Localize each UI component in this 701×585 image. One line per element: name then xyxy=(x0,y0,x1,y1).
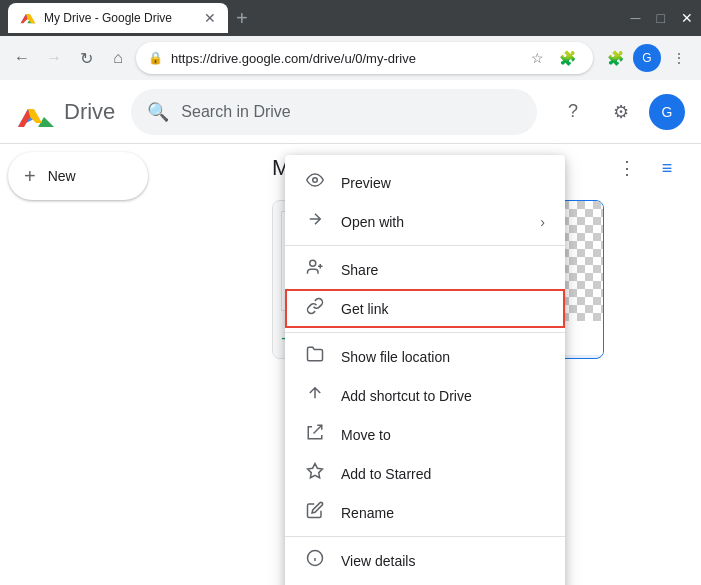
help-button[interactable]: ? xyxy=(553,92,593,132)
context-menu-show-location[interactable]: Show file location xyxy=(285,337,565,376)
context-menu-add-starred[interactable]: Add to Starred xyxy=(285,454,565,493)
context-menu-manage-versions[interactable]: Manage versions xyxy=(285,580,565,585)
new-button-label: New xyxy=(48,168,76,184)
list-view-button[interactable]: ≡ xyxy=(649,150,685,186)
show-location-label: Show file location xyxy=(341,349,545,365)
active-tab[interactable]: My Drive - Google Drive ✕ xyxy=(8,3,228,33)
refresh-button[interactable]: ↻ xyxy=(72,44,100,72)
tab-close-button[interactable]: ✕ xyxy=(204,10,216,26)
divider-1 xyxy=(285,245,565,246)
window-controls: ─ □ ✕ xyxy=(631,10,693,26)
share-label: Share xyxy=(341,262,545,278)
share-icon xyxy=(305,258,325,281)
move-to-icon xyxy=(305,423,325,446)
svg-point-15 xyxy=(313,178,318,183)
svg-marker-3 xyxy=(26,14,35,23)
preview-icon xyxy=(305,171,325,194)
svg-marker-19 xyxy=(308,464,323,478)
address-actions: ☆ 🧩 xyxy=(523,44,581,72)
context-menu-move-to[interactable]: Move to xyxy=(285,415,565,454)
context-menu-open-with[interactable]: Open with › xyxy=(285,202,565,241)
divider-3 xyxy=(285,536,565,537)
context-menu-add-shortcut[interactable]: Add shortcut to Drive xyxy=(285,376,565,415)
drive-logo-text: Drive xyxy=(64,99,115,125)
url-bar[interactable]: 🔒 https://drive.google.com/drive/u/0/my-… xyxy=(136,42,593,74)
get-link-label: Get link xyxy=(341,301,545,317)
browser-actions: 🧩 G ⋮ xyxy=(601,44,693,72)
extensions-button[interactable]: 🧩 xyxy=(601,44,629,72)
open-with-label: Open with xyxy=(341,214,524,230)
context-menu-get-link[interactable]: Get link xyxy=(285,289,565,328)
title-bar: My Drive - Google Drive ✕ + ─ □ ✕ xyxy=(0,0,701,36)
header-actions: ? ⚙ G xyxy=(553,92,685,132)
add-shortcut-label: Add shortcut to Drive xyxy=(341,388,545,404)
view-controls: ⋮ ≡ xyxy=(609,150,685,186)
context-menu-rename[interactable]: Rename xyxy=(285,493,565,532)
divider-2 xyxy=(285,332,565,333)
drive-logo: Drive xyxy=(16,95,115,129)
shortcut-icon xyxy=(305,384,325,407)
view-details-label: View details xyxy=(341,553,545,569)
settings-button[interactable]: ⚙ xyxy=(601,92,641,132)
close-button[interactable]: ✕ xyxy=(681,10,693,26)
new-tab-button[interactable]: + xyxy=(236,7,248,30)
info-icon xyxy=(305,549,325,572)
star-icon xyxy=(305,462,325,485)
tab-favicon xyxy=(20,10,36,26)
back-button[interactable]: ← xyxy=(8,44,36,72)
tab-title: My Drive - Google Drive xyxy=(44,11,196,25)
bookmark-icon[interactable]: ☆ xyxy=(523,44,551,72)
context-menu-view-details[interactable]: View details xyxy=(285,541,565,580)
address-bar: ← → ↻ ⌂ 🔒 https://drive.google.com/drive… xyxy=(0,36,701,80)
svg-point-16 xyxy=(310,260,316,266)
extension-icon[interactable]: 🧩 xyxy=(553,44,581,72)
minimize-button[interactable]: ─ xyxy=(631,10,641,26)
rename-label: Rename xyxy=(341,505,545,521)
search-icon: 🔍 xyxy=(147,101,169,123)
context-menu-share[interactable]: Share xyxy=(285,250,565,289)
more-options-button[interactable]: ⋮ xyxy=(609,150,645,186)
move-to-label: Move to xyxy=(341,427,545,443)
svg-marker-4 xyxy=(21,14,28,23)
search-placeholder: Search in Drive xyxy=(181,103,290,121)
preview-label: Preview xyxy=(341,175,545,191)
profile-button[interactable]: G xyxy=(633,44,661,72)
url-text: https://drive.google.com/drive/u/0/my-dr… xyxy=(171,51,515,66)
context-menu-preview[interactable]: Preview xyxy=(285,163,565,202)
account-button[interactable]: G xyxy=(649,94,685,130)
rename-icon xyxy=(305,501,325,524)
new-button[interactable]: + New xyxy=(8,152,148,200)
open-with-icon xyxy=(305,210,325,233)
svg-marker-9 xyxy=(18,109,30,127)
forward-button[interactable]: → xyxy=(40,44,68,72)
folder-icon xyxy=(305,345,325,368)
add-starred-label: Add to Starred xyxy=(341,466,545,482)
menu-button[interactable]: ⋮ xyxy=(665,44,693,72)
drive-header: Drive 🔍 Search in Drive ? ⚙ G xyxy=(0,80,701,144)
lock-icon: 🔒 xyxy=(148,51,163,65)
sidebar: + New xyxy=(0,144,256,585)
context-menu: Preview Open with › Share xyxy=(285,155,565,585)
submenu-arrow-icon: › xyxy=(540,214,545,230)
drive-logo-icon xyxy=(16,95,56,129)
plus-icon: + xyxy=(24,165,36,188)
search-bar[interactable]: 🔍 Search in Drive xyxy=(131,89,537,135)
restore-button[interactable]: □ xyxy=(657,10,665,26)
home-button[interactable]: ⌂ xyxy=(104,44,132,72)
get-link-icon xyxy=(305,297,325,320)
